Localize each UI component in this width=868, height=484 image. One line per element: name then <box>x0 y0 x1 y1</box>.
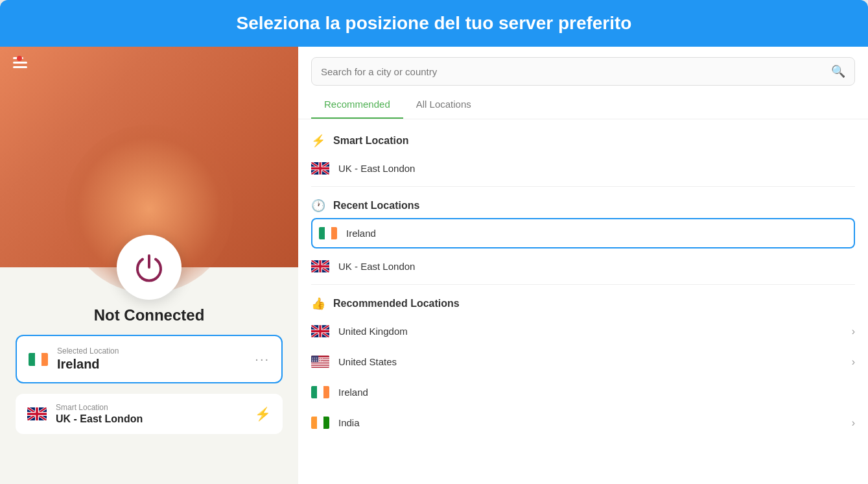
tab-all-locations[interactable]: All Locations <box>403 91 484 119</box>
smart-location-section-icon: ⚡ <box>311 134 325 148</box>
divider-1 <box>311 186 855 187</box>
location-list: ⚡ Smart Location UK - East London <box>298 119 868 484</box>
search-input[interactable] <box>321 66 831 77</box>
uk-flag-smart-list <box>311 162 329 175</box>
ireland-flag-selected <box>29 353 48 366</box>
smart-location-section-header: ⚡ Smart Location <box>298 125 868 153</box>
notification-dot <box>17 56 22 61</box>
selected-location-name: Ireland <box>57 357 246 372</box>
ireland-flag-recommended <box>311 386 329 398</box>
uk-flag-smart <box>27 407 47 420</box>
uk-recommended-name: United Kingdom <box>338 326 843 337</box>
svg-rect-8 <box>311 363 329 363</box>
right-panel: 🔍 Recommended All Locations ⚡ Smart Loca… <box>298 47 868 484</box>
power-icon <box>132 250 166 284</box>
ireland-recommended-name: Ireland <box>338 387 855 398</box>
us-recommended-name: United States <box>338 356 843 367</box>
left-panel: Not Connected Selected Location Ireland … <box>0 47 298 484</box>
svg-text:★★★★★★: ★★★★★★ <box>312 360 323 363</box>
vpn-header <box>0 47 298 267</box>
divider-2 <box>311 284 855 285</box>
vpn-body: Not Connected Selected Location Ireland … <box>0 306 298 450</box>
uk-flag-recent <box>311 260 329 272</box>
uk-recent-name: UK - East London <box>338 261 855 272</box>
list-item-smart-uk[interactable]: UK - East London <box>298 153 868 184</box>
search-bar: 🔍 <box>298 47 868 91</box>
india-recommended-name: India <box>338 417 843 428</box>
selected-location-card[interactable]: Selected Location Ireland ··· <box>16 335 283 383</box>
uk-recommended-arrow: › <box>852 326 855 337</box>
hamburger-line-3 <box>13 66 27 68</box>
list-item-ireland-recent[interactable]: Ireland <box>311 218 855 248</box>
dots-menu-button[interactable]: ··· <box>255 352 270 367</box>
recent-locations-section-header: 🕐 Recent Locations <box>298 189 868 218</box>
tab-recommended[interactable]: Recommended <box>311 91 403 119</box>
recent-section-title: Recent Locations <box>333 200 419 212</box>
top-banner: Seleziona la posizione del tuo server pr… <box>0 0 868 47</box>
smart-location-card[interactable]: Smart Location UK - East London ⚡ <box>16 394 283 434</box>
uk-flag-recommended <box>311 325 329 337</box>
smart-location-name: UK - East London <box>56 413 246 425</box>
tabs-row: Recommended All Locations <box>298 91 868 119</box>
list-item-us-recommended[interactable]: ★★★★★★ ★★★★★ ★★★★★★ United States › <box>298 346 868 377</box>
hamburger-line-2 <box>13 62 27 64</box>
smart-uk-name: UK - East London <box>338 163 855 174</box>
india-recommended-arrow: › <box>852 417 855 429</box>
svg-rect-10 <box>311 366 329 367</box>
banner-text: Seleziona la posizione del tuo server pr… <box>237 13 632 34</box>
list-item-ireland-recommended[interactable]: Ireland <box>298 377 868 407</box>
list-item-uk-recent[interactable]: UK - East London <box>298 251 868 282</box>
search-input-wrapper: 🔍 <box>311 57 855 86</box>
search-icon[interactable]: 🔍 <box>831 64 845 79</box>
connection-status: Not Connected <box>94 306 205 324</box>
ireland-recent-name: Ireland <box>346 228 847 239</box>
recommended-section-title: Recommended Locations <box>333 298 460 309</box>
recommended-section-icon: 👍 <box>311 296 325 311</box>
lightning-icon: ⚡ <box>255 406 271 422</box>
us-flag-recommended: ★★★★★★ ★★★★★ ★★★★★★ <box>311 356 329 368</box>
main-content: Not Connected Selected Location Ireland … <box>0 47 868 484</box>
india-flag-recommended <box>311 417 329 429</box>
list-item-uk-recommended[interactable]: United Kingdom › <box>298 316 868 346</box>
power-button[interactable] <box>117 235 182 300</box>
selected-location-label: Selected Location <box>57 346 246 356</box>
recommended-locations-section-header: 👍 Recommended Locations <box>298 287 868 316</box>
smart-location-info: Smart Location UK - East London <box>56 403 246 425</box>
ireland-flag-recent <box>319 227 337 239</box>
recent-section-icon: 🕐 <box>311 199 325 213</box>
us-recommended-arrow: › <box>852 356 855 368</box>
svg-rect-9 <box>311 365 329 365</box>
selected-location-info: Selected Location Ireland <box>57 346 246 372</box>
smart-location-section-title: Smart Location <box>333 135 408 147</box>
list-item-india-recommended[interactable]: India › <box>298 407 868 438</box>
smart-location-label: Smart Location <box>56 403 246 412</box>
